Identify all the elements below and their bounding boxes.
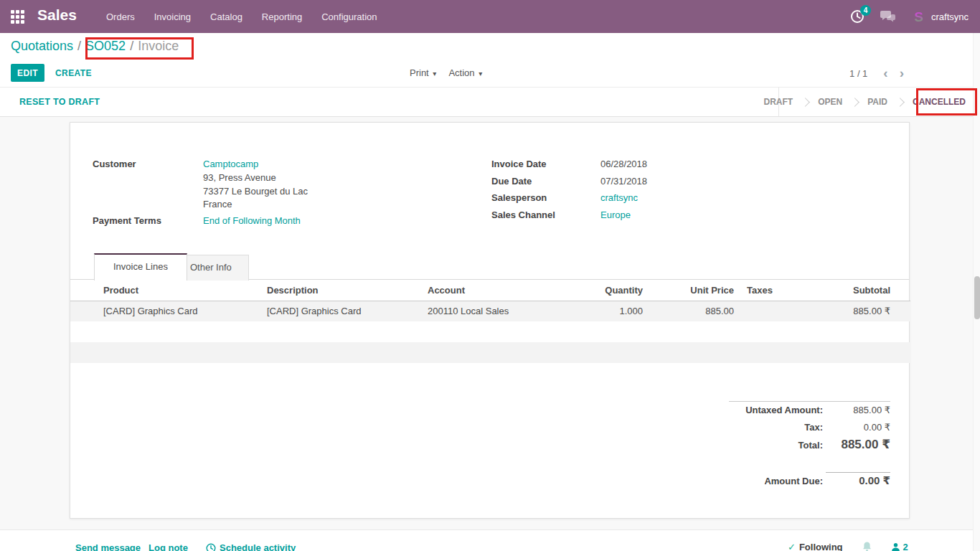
pager-previous-button[interactable]: ‹ <box>877 67 893 79</box>
customer-label: Customer <box>93 159 136 169</box>
col-account: Account <box>428 280 573 301</box>
table-row[interactable]: [CARD] Graphics Card [CARD] Graphics Car… <box>70 301 910 321</box>
cell-quantity: 1.000 <box>573 301 643 321</box>
customer-address-line1: 93, Press Avenue <box>203 172 276 183</box>
cell-taxes <box>734 301 831 321</box>
pager-count: 1 / 1 <box>849 68 867 79</box>
statusbar-chevron-icon <box>850 98 859 107</box>
cell-description: [CARD] Graphics Card <box>267 301 428 321</box>
apps-grid-icon[interactable] <box>11 10 24 24</box>
amount-due-separator <box>826 472 890 473</box>
customer-address-line3: France <box>203 199 232 209</box>
untaxed-amount-label: Untaxed Amount: <box>729 405 823 415</box>
send-message-button[interactable]: Send message <box>75 542 141 551</box>
payment-terms-link[interactable]: End of Following Month <box>203 215 301 226</box>
top-navbar: Sales Orders Invoicing Catalog Reporting… <box>0 0 980 33</box>
salesperson-link[interactable]: craftsync <box>600 192 638 203</box>
table-header-row: Product Description Account Quantity Uni… <box>70 280 910 301</box>
invoice-lines-table: Product Description Account Quantity Uni… <box>70 280 910 363</box>
pager-next-button[interactable]: › <box>894 67 910 79</box>
breadcrumb-so052[interactable]: SO052 <box>85 39 126 53</box>
tab-invoice-lines[interactable]: Invoice Lines <box>94 253 187 281</box>
log-note-button[interactable]: Log note <box>149 542 188 551</box>
col-unit-price: Unit Price <box>643 280 734 301</box>
invoice-sheet: Customer Camptocamp 93, Press Avenue 733… <box>70 122 910 519</box>
print-dropdown[interactable]: Print ▾ <box>410 67 436 78</box>
edit-button[interactable]: EDIT <box>11 64 44 82</box>
statusbar: DRAFT OPEN PAID CANCELLED <box>778 88 980 116</box>
state-draft[interactable]: DRAFT <box>764 97 793 107</box>
user-menu[interactable]: S craftsync <box>911 9 969 24</box>
chevron-down-icon: ▾ <box>479 70 482 77</box>
col-product: Product <box>103 280 267 301</box>
breadcrumb-separator: / <box>130 39 133 53</box>
total-label: Total: <box>729 440 823 451</box>
reset-to-draft-button[interactable]: RESET TO DRAFT <box>19 88 100 116</box>
empty-row <box>70 321 910 342</box>
bell-icon[interactable] <box>862 541 872 551</box>
app-title: Sales <box>37 6 77 24</box>
untaxed-amount-value: 885.00 ₹ <box>823 405 890 415</box>
nav-item-invoicing[interactable]: Invoicing <box>154 11 191 22</box>
messages-icon[interactable] <box>880 9 897 24</box>
empty-row <box>70 342 910 363</box>
action-dropdown[interactable]: Action ▾ <box>448 67 482 78</box>
cell-subtotal: 885.00 ₹ <box>831 301 890 321</box>
breadcrumb-separator: / <box>77 39 81 53</box>
statusbar-chevron-icon <box>801 98 810 107</box>
schedule-activity-button[interactable]: Schedule activity <box>206 542 296 551</box>
state-cancelled[interactable]: CANCELLED <box>913 97 966 107</box>
sales-channel-label: Sales Channel <box>491 209 555 220</box>
avatar: S <box>911 9 926 24</box>
status-row: RESET TO DRAFT DRAFT OPEN PAID CANCELLED <box>0 87 980 117</box>
check-icon: ✓ <box>788 542 796 551</box>
person-icon <box>891 542 900 551</box>
nav-item-orders[interactable]: Orders <box>106 11 135 22</box>
invoice-date-label: Invoice Date <box>491 159 547 169</box>
sales-channel-link[interactable]: Europe <box>600 209 631 220</box>
nav-item-catalog[interactable]: Catalog <box>210 11 242 22</box>
following-button[interactable]: ✓ Following <box>788 542 843 551</box>
state-open[interactable]: OPEN <box>818 97 842 107</box>
chatter-bar: Send message Log note Schedule activity … <box>0 529 973 551</box>
cell-account: 200110 Local Sales <box>428 301 573 321</box>
nav-item-configuration[interactable]: Configuration <box>321 11 377 22</box>
amount-due-value: 0.00 ₹ <box>823 474 890 487</box>
breadcrumb-quotations[interactable]: Quotations <box>11 39 73 53</box>
col-subtotal: Subtotal <box>831 280 890 301</box>
state-paid[interactable]: PAID <box>867 97 887 107</box>
activity-clock-icon[interactable]: 4 <box>849 9 865 24</box>
pager: 1 / 1 ‹ › <box>849 67 910 79</box>
tax-label: Tax: <box>729 422 823 433</box>
scrollbar-track <box>973 33 980 551</box>
total-value: 885.00 ₹ <box>823 437 890 452</box>
breadcrumb-bar: Quotations/SO052/Invoice <box>0 33 973 61</box>
totals-separator <box>729 401 890 402</box>
customer-address-line2: 73377 Le Bourget du Lac <box>203 186 308 197</box>
due-date-value: 07/31/2018 <box>600 176 647 187</box>
clock-icon <box>206 543 216 551</box>
col-taxes: Taxes <box>734 280 831 301</box>
create-button[interactable]: CREATE <box>55 64 92 82</box>
breadcrumb-current-invoice: Invoice <box>138 39 179 53</box>
nav-item-reporting[interactable]: Reporting <box>262 11 302 22</box>
payment-terms-label: Payment Terms <box>93 215 161 226</box>
nav-menu: Orders Invoicing Catalog Reporting Confi… <box>106 0 377 33</box>
breadcrumb: Quotations/SO052/Invoice <box>11 39 179 54</box>
amount-due-label: Amount Due: <box>729 476 823 486</box>
tax-value: 0.00 ₹ <box>823 422 890 433</box>
col-quantity: Quantity <box>573 280 643 301</box>
control-panel: EDIT CREATE Print ▾ Action ▾ 1 / 1 ‹ › <box>0 61 973 87</box>
salesperson-label: Salesperson <box>491 192 547 203</box>
cell-product: [CARD] Graphics Card <box>103 301 267 321</box>
customer-link[interactable]: Camptocamp <box>203 159 258 169</box>
scrollbar-thumb[interactable] <box>974 276 980 319</box>
due-date-label: Due Date <box>491 176 532 187</box>
user-name: craftsync <box>931 11 969 22</box>
followers-button[interactable]: 2 <box>891 542 908 551</box>
invoice-date-value: 06/28/2018 <box>600 159 647 169</box>
col-description: Description <box>267 280 428 301</box>
cell-unit-price: 885.00 <box>643 301 734 321</box>
activity-count-badge: 4 <box>860 5 871 16</box>
statusbar-chevron-icon <box>895 98 905 107</box>
